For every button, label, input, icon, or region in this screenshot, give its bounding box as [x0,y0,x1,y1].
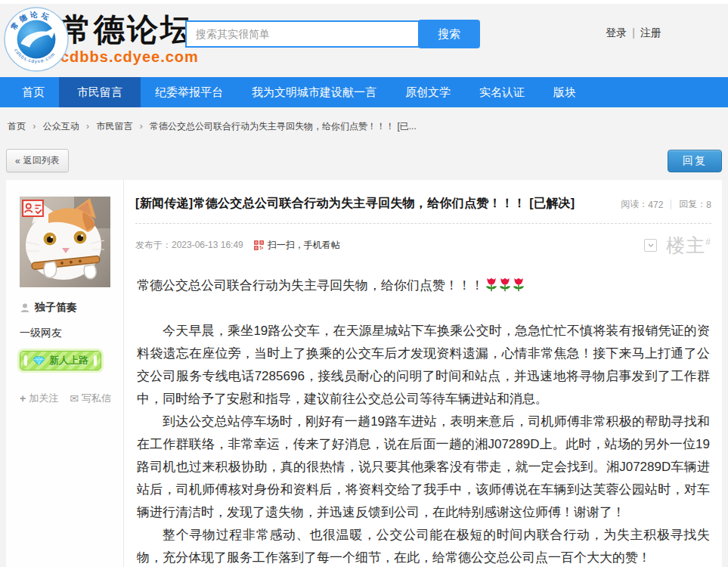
newbie-badge: 新人上路 [20,351,101,370]
back-to-list-button[interactable]: « 返回列表 [6,149,69,172]
nav-item-home[interactable]: 首页 [8,77,59,107]
search-bar: 搜索 [185,20,480,48]
breadcrumb-current-thread: 常德公交总公司联合行动为失主寻回失物，给你们点赞！！！ [已... [150,121,417,132]
replies-label: 回复： [679,198,706,211]
back-to-list-label: 返回列表 [23,154,60,167]
plus-icon: + [20,392,26,404]
floor-text: 楼主 [666,234,705,256]
breadcrumb-home[interactable]: 首页 [8,121,26,132]
nav-item-forums[interactable]: 版块 [539,77,590,107]
back-arrow-icon: « [15,156,20,166]
page: 常德论坛 cdbbs.cdyee.com 常德论坛 cdbbs.cdyee.co… [0,0,728,567]
search-button[interactable]: 搜索 [418,20,480,48]
id-verified-icon [22,200,44,217]
publish-value: 2023-06-13 16:49 [172,240,243,250]
breadcrumb-separator: › [140,121,143,132]
publish-label: 发布于： [135,240,172,250]
tulip-icon [485,277,497,293]
auth-divider: | [632,26,635,39]
post-content: 常德公交总公司联合行动为失主寻回失物，给你们点赞！！！ 今天早晨，乘坐19路公交… [135,256,711,567]
thread-container: 独子笛奏 一级网友 新人上路 + 加关注 ✉ 写私信 [6,180,722,567]
private-message-label: 写私信 [82,392,111,405]
views-count: 472 [648,200,663,210]
login-link[interactable]: 登录 [606,26,627,39]
logo-domain: cdbbs.cdyee.com [60,48,199,66]
logo-title: 常德论坛 [60,14,199,46]
floor-label: 楼主# [666,233,711,258]
breadcrumb: 首页 › 公众互动 › 市民留言 › 常德公交总公司联合行动为失主寻回失物，给你… [0,107,728,143]
post-paragraph: 整个寻物过程非常感动、也很温暖，公交公司能在极短的时间内联合行动，为失主积极寻找… [137,524,710,567]
follow-label: 加关注 [29,392,58,405]
diamond-icon [33,356,45,366]
tulip-icon [499,277,511,293]
nav-item-real-name[interactable]: 实名认证 [465,77,539,107]
stats-divider [671,200,671,209]
breadcrumb-separator: › [86,121,89,132]
breadcrumb-separator: › [33,121,36,132]
user-actions: + 加关注 ✉ 写私信 [20,392,123,405]
post-meta-right: 楼主# [644,233,711,258]
breadcrumb-public-interaction[interactable]: 公众互动 [43,121,79,132]
author-sidebar: 独子笛奏 一级网友 新人上路 + 加关注 ✉ 写私信 [6,180,124,567]
post-meta: 发布于：2023-06-13 16:49 扫一扫，手机看帖 [135,234,711,256]
post-intro-text: 常德公交总公司联合行动为失主寻回失物，给你们点赞！！！ [137,278,484,293]
post-title: [新闻传递]常德公交总公司联合行动为失主寻回失物，给你们点赞！！！ [已解决] [135,195,575,212]
floor-mark: # [705,237,711,247]
post-panel: [新闻传递]常德公交总公司联合行动为失主寻回失物，给你们点赞！！！ [已解决] … [124,180,722,567]
views-label: 阅读： [621,198,648,211]
post-stats: 阅读：472 回复：8 [621,195,711,211]
auth-links: 登录|注册 [606,26,661,40]
nav-item-citizen-messages[interactable]: 市民留言 [59,77,141,107]
post-paragraph: 到达公交总站停车场时，刚好有一趟19路车进站，表明来意后，司机师傅非常积极的帮助… [137,411,710,524]
nav-item-discipline-report[interactable]: 纪委举报平台 [141,77,237,107]
site-logo[interactable]: 常德论坛 cdbbs.cdyee.com 常德论坛 cdbbs.cdyee.co… [3,6,199,73]
tulip-icon [513,277,525,293]
collapse-icon[interactable] [644,239,657,252]
reply-button[interactable]: 回复 [668,150,722,172]
breadcrumb-citizen-messages[interactable]: 市民留言 [96,121,132,132]
username[interactable]: 独子笛奏 [35,301,77,314]
user-icon [20,302,30,313]
publish-time: 发布于：2023-06-13 16:49 [135,239,243,252]
register-link[interactable]: 注册 [640,26,661,39]
post-head: [新闻传递]常德公交总公司联合行动为失主寻回失物，给你们点赞！！！ [已解决] … [135,192,711,224]
username-row: 独子笛奏 [20,301,123,314]
user-level: 一级网友 [20,327,123,340]
nav-item-original-literature[interactable]: 原创文学 [391,77,465,107]
replies-count: 8 [706,200,711,210]
logo-text: 常德论坛 cdbbs.cdyee.com [60,6,199,66]
nav-item-civilized-city[interactable]: 我为文明城市建设献一言 [237,77,391,107]
post-paragraph: 今天早晨，乘坐19路公交车，在天源星城站下车换乘公交时，急急忙忙不慎将装有报销凭… [137,320,710,411]
scan-hint[interactable]: 扫一扫，手机看帖 [268,239,340,252]
post-intro: 常德公交总公司联合行动为失主寻回失物，给你们点赞！！！ [137,274,710,297]
envelope-icon: ✉ [70,392,79,404]
qr-code-icon [254,240,264,250]
search-input[interactable] [185,20,420,48]
private-message-button[interactable]: ✉ 写私信 [70,392,111,405]
site-header: 常德论坛 cdbbs.cdyee.com 常德论坛 cdbbs.cdyee.co… [0,0,728,77]
action-row: « 返回列表 回复 [0,143,728,180]
logo-emblem-icon: 常德论坛 cdbbs.cdyee.com [3,6,70,73]
follow-button[interactable]: + 加关注 [20,392,58,405]
main-nav: 首页 市民留言 纪委举报平台 我为文明城市建设献一言 原创文学 实名认证 版块 [0,77,728,107]
avatar[interactable] [20,197,110,287]
newbie-badge-label: 新人上路 [49,354,88,367]
